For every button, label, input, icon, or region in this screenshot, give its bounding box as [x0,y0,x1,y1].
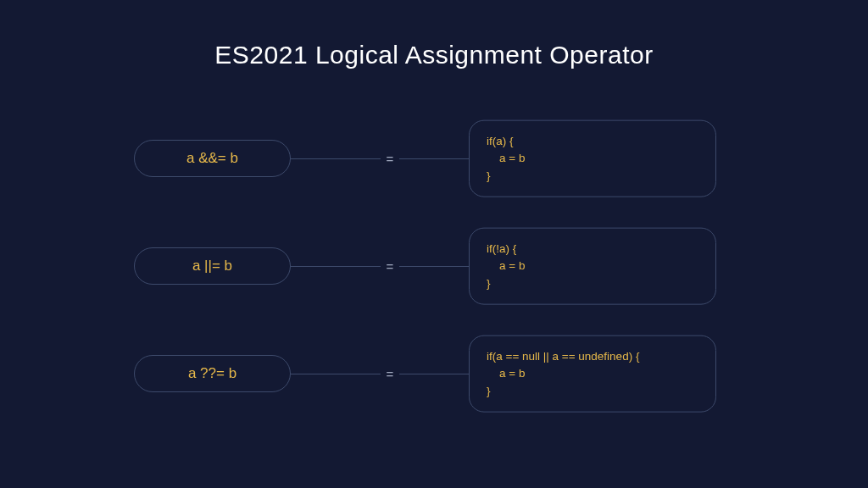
connector-line [399,266,469,267]
operator-row-or: a ||= b = if(!a) { a = b } [0,228,868,304]
operator-row-nullish: a ??= b = if(a == null || a == undefined… [0,336,868,412]
equals-sign: = [381,367,399,381]
operator-pill-nullish: a ??= b [134,355,291,392]
equivalent-code-and: if(a) { a = b } [469,120,716,197]
equals-sign: = [381,259,399,274]
equivalent-code-nullish: if(a == null || a == undefined) { a = b … [469,336,716,413]
connector-line [291,374,381,374]
connector-line [399,158,469,159]
operator-row-and: a &&= b = if(a) { a = b } [0,120,868,197]
connector-line [399,374,469,374]
equivalent-code-or: if(!a) { a = b } [469,228,716,305]
equals-sign: = [381,152,399,166]
operator-pill-and: a &&= b [134,140,291,177]
page-title: ES2021 Logical Assignment Operator [0,41,868,69]
connector-line [291,266,381,267]
connector-line [291,158,381,159]
operator-pill-or: a ||= b [134,247,291,285]
